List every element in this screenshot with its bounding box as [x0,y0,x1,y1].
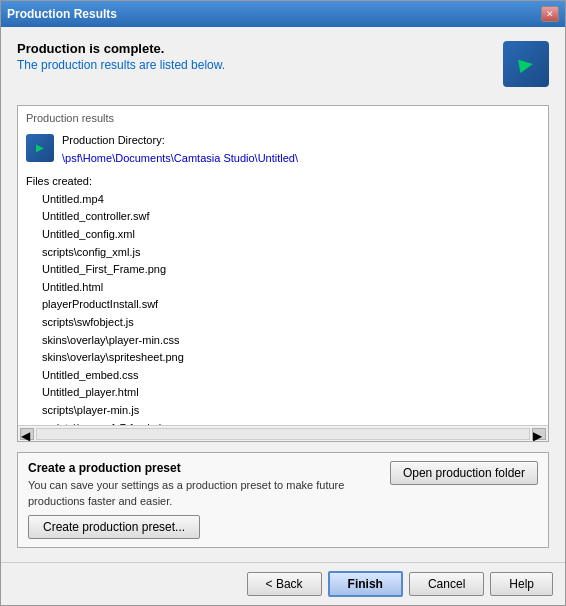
window-title: Production Results [7,7,117,21]
title-bar-controls: ✕ [541,6,559,22]
production-results-box: Production results Production Directory:… [17,105,549,442]
file-11: Untitled_embed.css [42,367,540,385]
file-8: scripts\swfobject.js [42,314,540,332]
preset-description: You can save your settings as a producti… [28,478,380,509]
cancel-button[interactable]: Cancel [409,572,484,596]
file-7: playerProductInstall.swf [42,296,540,314]
results-section-label: Production results [18,106,548,128]
close-button[interactable]: ✕ [541,6,559,22]
directory-label: Production Directory: [62,132,298,150]
completion-title: Production is complete. [17,41,225,56]
results-inner: Production Directory: \psf\Home\Document… [18,128,548,425]
file-3: Untitled_config.xml [42,226,540,244]
file-12: Untitled_player.html [42,384,540,402]
camtasia-logo-small [26,134,54,162]
scroll-right-btn[interactable]: ▶ [532,428,546,440]
file-9: skins\overlay\player-min.css [42,332,540,350]
main-content: Production is complete. The production r… [1,27,565,562]
file-4: scripts\config_xml.js [42,244,540,262]
title-bar: Production Results ✕ [1,1,565,27]
file-1: Untitled.mp4 [42,191,540,209]
directory-row: Production Directory: \psf\Home\Document… [26,132,540,167]
create-production-preset-button[interactable]: Create production preset... [28,515,200,539]
horizontal-scrollbar[interactable]: ◀ ▶ [18,425,548,441]
file-5: Untitled_First_Frame.png [42,261,540,279]
results-content[interactable]: Production Directory: \psf\Home\Document… [18,128,548,425]
preset-left: Create a production preset You can save … [28,461,380,509]
camtasia-logo-large [503,41,549,87]
directory-info: Production Directory: \psf\Home\Document… [62,132,298,167]
files-list: Untitled.mp4 Untitled_controller.swf Unt… [26,191,540,425]
completion-subtitle: The production results are listed below. [17,58,225,72]
production-results-window: Production Results ✕ Production is compl… [0,0,566,606]
files-section: Files created: Untitled.mp4 Untitled_con… [26,173,540,425]
header-text: Production is complete. The production r… [17,41,225,72]
preset-title: Create a production preset [28,461,380,475]
footer: < Back Finish Cancel Help [1,562,565,605]
files-label: Files created: [26,173,540,191]
scroll-track[interactable] [36,428,530,440]
finish-button[interactable]: Finish [328,571,403,597]
file-13: scripts\player-min.js [42,402,540,420]
preset-header: Create a production preset You can save … [28,461,538,509]
file-2: Untitled_controller.swf [42,208,540,226]
scroll-left-btn[interactable]: ◀ [20,428,34,440]
file-10: skins\overlay\spritesheet.png [42,349,540,367]
directory-path: \psf\Home\Documents\Camtasia Studio\Unti… [62,150,298,168]
help-button[interactable]: Help [490,572,553,596]
open-production-folder-button[interactable]: Open production folder [390,461,538,485]
header-section: Production is complete. The production r… [17,41,549,95]
back-button[interactable]: < Back [247,572,322,596]
preset-section: Create a production preset You can save … [17,452,549,548]
file-6: Untitled.html [42,279,540,297]
